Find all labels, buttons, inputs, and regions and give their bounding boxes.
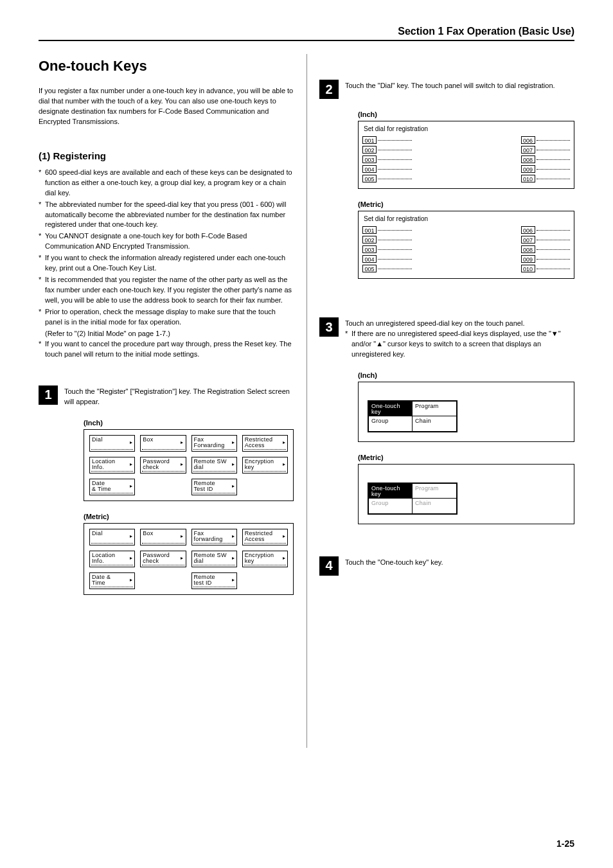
speed-dial-row: 002 [362,146,412,154]
figure-step1-inch: Dial▸Box▸FaxForwarding▸RestrictedAccess▸… [84,429,294,501]
speed-dial-row: 001 [362,226,412,234]
figure-step3-inch: One-touchkey Program Group Chain [358,382,574,442]
touchpanel-key: Date &Time▸ [89,572,135,589]
speed-dial-row: 006 [521,226,571,234]
figure-label-inch: (Inch) [358,371,574,379]
step-badge-1: 1 [39,385,58,405]
touchpanel-key: LocationInfo.▸ [89,551,135,567]
step-4-text: Touch the "One-touch key" key. [345,556,443,576]
touchpanel-key: Encryptionkey▸ [242,551,288,567]
section-header: Section 1 Fax Operation (Basic Use) [39,26,574,41]
touchpanel-key: Box▸ [140,435,186,452]
subheading-registering: (1) Registering [39,150,294,161]
touchpanel-key: Date& Time▸ [89,479,135,495]
speed-dial-row: 002 [362,236,412,244]
speed-dial-row: 004 [362,165,412,173]
step-badge-4: 4 [319,556,339,576]
speed-dial-row: 009 [521,255,571,263]
touchpanel-key: Remotetest ID▸ [191,572,237,589]
speed-dial-row: 010 [521,175,571,182]
speed-dial-row: 005 [362,175,412,182]
figure-label-metric: (Metric) [358,200,574,208]
notes-list: *600 speed-dial keys are available and e… [39,168,294,360]
touchpanel-key: Passwordcheck▸ [140,551,186,567]
figure-step3-metric: One-touchkey Program Group Chain [358,464,574,524]
figure-step2-inch: Set dial for registration 00100200300400… [358,121,574,189]
figure-step1-metric: Dial▸Box▸Faxforwarding▸RestrictedAccess▸… [84,523,294,595]
speed-dial-row: 006 [521,136,571,144]
touchpanel-key: RemoteTest ID▸ [191,479,237,495]
figure-label-inch: (Inch) [358,111,574,118]
page-title: One-touch Keys [39,58,294,75]
speed-dial-row: 004 [362,255,412,263]
touchpanel-key: Dial▸ [89,529,135,545]
step-2: 2 Touch the "Dial" key. The touch panel … [319,80,574,99]
step-1: 1 Touch the "Register" ["Registration"] … [39,385,294,407]
step-2-text: Touch the "Dial" key. The touch panel wi… [345,80,555,99]
speed-dial-row: 007 [521,146,571,154]
touchpanel-key: Dial▸ [89,435,135,452]
touchpanel-key: Encryptionkey▸ [242,457,288,474]
speed-dial-row: 007 [521,236,571,244]
figure-step2-metric: Set dial for registration 00100200300400… [358,211,574,279]
touchpanel-key: RestrictedAccess▸ [242,529,288,545]
touchpanel-key: Passwordcheck▸ [140,457,186,474]
speed-dial-row: 008 [521,155,571,163]
speed-dial-row: 001 [362,136,412,144]
speed-dial-row: 010 [521,265,571,272]
touchpanel-key: RestrictedAccess▸ [242,435,288,452]
speed-dial-row: 003 [362,155,412,163]
intro-paragraph: If you register a fax number under a one… [39,86,294,127]
speed-dial-row: 003 [362,245,412,253]
touchpanel-key: FaxForwarding▸ [191,435,237,452]
step-3: 3 Touch an unregistered speed-dial key o… [319,317,574,360]
figure-label-metric: (Metric) [84,513,294,520]
figure-label-inch: (Inch) [84,419,294,427]
touchpanel-key: Remote SWdial▸ [191,457,237,474]
step-badge-3: 3 [319,317,339,337]
touchpanel-key: LocationInfo.▸ [89,457,135,474]
touchpanel-key: Remote SWdial▸ [191,551,237,567]
speed-dial-row: 005 [362,265,412,272]
step-badge-2: 2 [319,80,339,99]
touchpanel-key: Box▸ [140,529,186,545]
column-divider [306,54,307,748]
figure-label-metric: (Metric) [358,454,574,461]
speed-dial-row: 008 [521,245,571,253]
step-4: 4 Touch the "One-touch key" key. [319,556,574,576]
page-number: 1-25 [556,838,574,849]
speed-dial-row: 009 [521,165,571,173]
step-1-text: Touch the "Register" ["Registration"] ke… [64,385,294,407]
step-3-text: Touch an unregistered speed-dial key on … [345,317,574,360]
touchpanel-key: Faxforwarding▸ [191,529,237,545]
